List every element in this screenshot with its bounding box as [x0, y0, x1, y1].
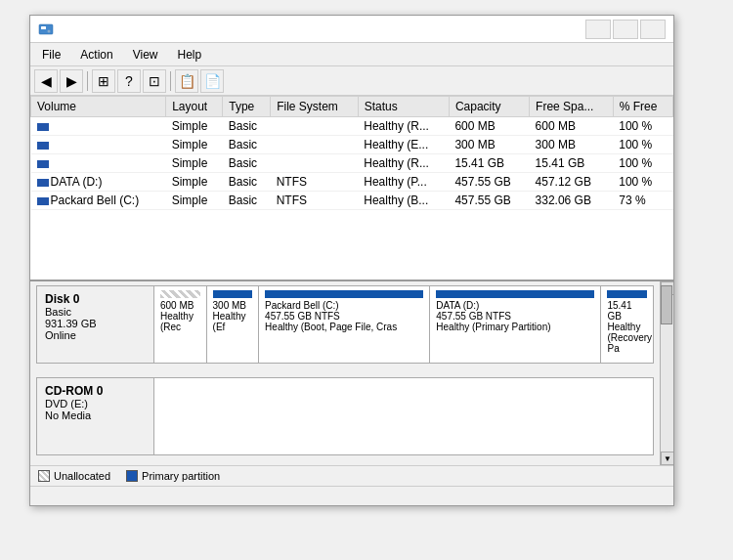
cell-free: 332.06 GB	[530, 192, 614, 210]
cell-volume: DATA (D:)	[31, 173, 166, 192]
cell-pct: 100 %	[613, 136, 672, 154]
cell-status: Healthy (P...	[358, 173, 449, 192]
close-button[interactable]	[640, 20, 666, 39]
legend-unallocated: Unallocated	[38, 470, 110, 482]
menu-file[interactable]: File	[34, 46, 68, 64]
partition-bar	[436, 290, 594, 298]
partition-bar	[265, 290, 423, 298]
volumes-table: Volume Layout Type File System Status Ca…	[30, 96, 673, 210]
status-bar	[30, 486, 673, 505]
volume-icon	[37, 179, 49, 187]
partition-bar	[607, 290, 647, 298]
disk-partitions: 600 MBHealthy (Rec300 MBHealthy (EfPacka…	[154, 286, 653, 363]
table-row[interactable]: DATA (D:)SimpleBasicNTFSHealthy (P...457…	[31, 173, 673, 192]
col-status: Status	[358, 97, 449, 117]
menu-view[interactable]: View	[125, 46, 166, 64]
col-capacity: Capacity	[449, 97, 529, 117]
title-bar-left	[38, 22, 60, 37]
disk-size: 931.39 GB	[45, 318, 146, 329]
volume-icon	[37, 197, 49, 205]
table-row[interactable]: SimpleBasicHealthy (R...15.41 GB15.41 GB…	[31, 154, 673, 173]
partition-bar	[160, 290, 200, 298]
table-area: Volume Layout Type File System Status Ca…	[30, 96, 673, 281]
cell-layout: Simple	[166, 154, 223, 173]
partition[interactable]: 300 MBHealthy (Ef	[207, 286, 260, 363]
partition-label: 600 MB	[160, 300, 200, 311]
maximize-button[interactable]	[613, 20, 638, 39]
volume-icon	[37, 142, 49, 150]
toolbar-back-button[interactable]: ◀	[34, 69, 58, 93]
partition-label: Healthy (Recovery Pa	[607, 322, 647, 354]
cell-fs	[271, 136, 359, 154]
disk-status: No Media	[45, 409, 146, 421]
volume-icon	[37, 123, 49, 131]
partition-label: DATA (D:)	[436, 300, 594, 311]
legend-unallocated-label: Unallocated	[54, 470, 110, 482]
toolbar-refresh-button[interactable]: ⊡	[143, 69, 166, 93]
cell-status: Healthy (R...	[358, 117, 449, 136]
table-row[interactable]: SimpleBasicHealthy (R...600 MB600 MB100 …	[31, 117, 673, 136]
cell-free: 600 MB	[530, 117, 614, 136]
menu-bar: File Action View Help	[30, 43, 673, 66]
cell-capacity: 15.41 GB	[449, 154, 529, 173]
col-type: Type	[223, 97, 271, 117]
table-row[interactable]: SimpleBasicHealthy (E...300 MB300 MB100 …	[31, 136, 673, 154]
cell-capacity: 457.55 GB	[449, 192, 529, 210]
minimize-button[interactable]	[585, 20, 611, 39]
toolbar-settings-button[interactable]: 📋	[175, 69, 198, 93]
partition-label: 300 MB	[213, 300, 253, 311]
menu-action[interactable]: Action	[72, 46, 120, 64]
partition[interactable]: 600 MBHealthy (Rec	[154, 286, 207, 363]
disk-type: DVD (E:)	[45, 398, 146, 409]
legend-unallocated-icon	[38, 470, 50, 482]
menu-help[interactable]: Help	[170, 46, 210, 64]
table-row[interactable]: Packard Bell (C:)SimpleBasicNTFSHealthy …	[31, 192, 673, 210]
cell-type: Basic	[223, 192, 271, 210]
toolbar-forward-button[interactable]: ▶	[60, 69, 83, 93]
cell-fs	[271, 117, 359, 136]
toolbar-help-button[interactable]: ?	[117, 69, 141, 93]
toolbar-extra-button[interactable]: 📄	[200, 69, 224, 93]
disk-empty	[154, 378, 653, 454]
toolbar-properties-button[interactable]: ⊞	[92, 69, 115, 93]
disk-status: Online	[45, 329, 146, 341]
col-free: Free Spa...	[530, 97, 614, 117]
partition-label: Healthy (Rec	[160, 311, 200, 332]
cell-layout: Simple	[166, 173, 223, 192]
col-volume: Volume	[31, 97, 166, 117]
partition-label: Healthy (Ef	[213, 311, 253, 332]
title-bar	[30, 16, 673, 43]
col-pct: % Free	[613, 97, 672, 117]
cell-status: Healthy (R...	[358, 154, 449, 173]
disk-row: CD-ROM 0 DVD (E:) No Media	[36, 377, 654, 455]
scrollbar-track[interactable]: ▲ ▼	[660, 281, 673, 465]
disk-outer: Disk 0 Basic 931.39 GB Online600 MBHealt…	[30, 281, 673, 465]
disk-list: Disk 0 Basic 931.39 GB Online600 MBHealt…	[30, 281, 660, 465]
svg-point-2	[48, 29, 51, 32]
legend-primary-label: Primary partition	[142, 470, 220, 482]
disk-icon	[38, 22, 54, 37]
disk-row: Disk 0 Basic 931.39 GB Online600 MBHealt…	[36, 285, 654, 364]
toolbar-separator-1	[87, 71, 88, 91]
cell-layout: Simple	[166, 117, 223, 136]
volume-icon	[37, 160, 49, 168]
partition-label: 15.41 GB	[607, 300, 647, 322]
cell-pct: 73 %	[613, 192, 672, 210]
cell-volume: Packard Bell (C:)	[31, 192, 166, 210]
title-bar-controls	[585, 20, 666, 39]
partition[interactable]: Packard Bell (C:)457.55 GB NTFSHealthy (…	[259, 286, 430, 363]
cell-fs	[271, 154, 359, 173]
partition[interactable]: 15.41 GBHealthy (Recovery Pa	[601, 286, 653, 363]
legend-primary-icon	[126, 470, 138, 482]
partition[interactable]: DATA (D:)457.55 GB NTFSHealthy (Primary …	[430, 286, 601, 363]
cell-layout: Simple	[166, 136, 223, 154]
svg-rect-0	[39, 24, 53, 34]
partition-label: 457.55 GB NTFS	[436, 311, 594, 322]
scrollbar-thumb[interactable]	[661, 285, 672, 324]
partition-label: 457.55 GB NTFS	[265, 311, 423, 322]
cell-free: 300 MB	[530, 136, 614, 154]
toolbar: ◀ ▶ ⊞ ? ⊡ 📋 📄	[30, 66, 673, 96]
disk-label: Disk 0 Basic 931.39 GB Online	[37, 286, 154, 363]
main-content: Volume Layout Type File System Status Ca…	[30, 96, 673, 505]
scroll-down-button[interactable]: ▼	[661, 452, 673, 465]
